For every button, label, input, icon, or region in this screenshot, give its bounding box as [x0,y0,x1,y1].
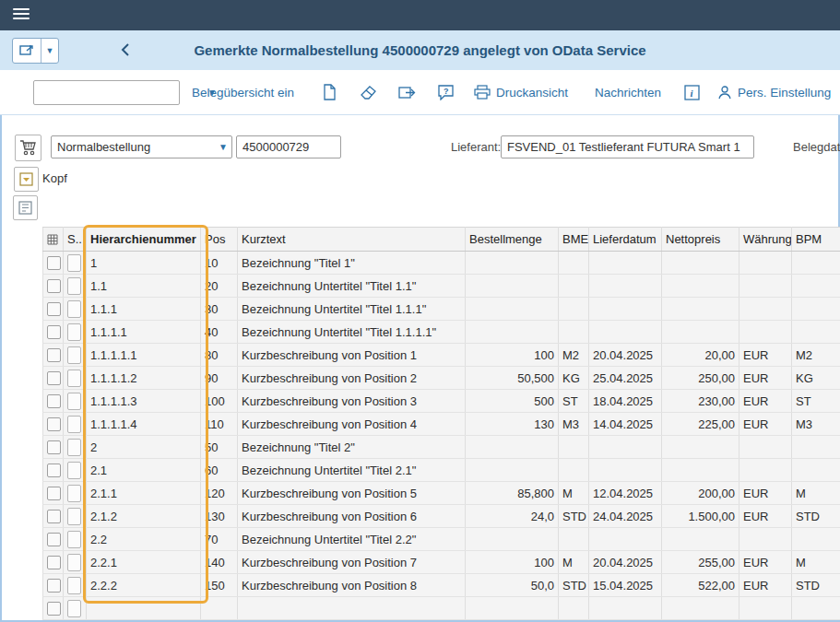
cell-preis[interactable]: 1.500,00 [662,505,739,528]
row-checkbox[interactable] [47,533,61,546]
cell-bme[interactable]: M2 [559,344,589,367]
cell-bpm[interactable] [792,597,840,620]
cell-menge[interactable]: 100 [466,551,559,574]
cell-bme[interactable] [559,321,589,344]
row-checkbox[interactable] [47,256,61,270]
cell-hier[interactable]: 1.1.1.1 [87,321,201,344]
row-status-box[interactable] [67,439,81,456]
cell-bpm[interactable]: M [792,482,840,505]
lieferant-input[interactable] [501,135,754,158]
forward-icon[interactable] [397,83,416,101]
cell-pos[interactable]: 40 [201,321,238,344]
cell-preis[interactable] [662,275,739,298]
column-header-bpm[interactable]: BPM [792,228,840,252]
cell-datum[interactable]: 25.04.2025 [589,367,662,390]
cell-datum[interactable]: 15.04.2025 [589,574,662,597]
cell-datum[interactable] [589,252,662,275]
cell-bpm[interactable] [792,459,840,482]
cell-bme[interactable]: M3 [559,413,589,436]
cell-kurztext[interactable]: Bezeichnung Untertitel "Titel 2.2" [238,528,466,551]
nachrichten-button[interactable]: Nachrichten [595,70,661,114]
help-icon[interactable]: ? [436,83,455,101]
cell-hier[interactable]: 1.1.1.1.1 [87,344,201,367]
cell-bpm[interactable]: M [792,551,840,574]
row-status-box[interactable] [67,577,81,594]
cell-datum[interactable] [589,321,662,344]
cell-datum[interactable] [589,597,662,620]
column-header-lieferdatum[interactable]: Lieferdatum [589,228,662,252]
cell-hier[interactable]: 2.1 [87,459,201,482]
row-status-box[interactable] [67,370,81,387]
cell-bme[interactable] [559,459,589,482]
cell-menge[interactable]: 24,0 [466,505,559,528]
cell-hier[interactable]: 2 [87,436,201,459]
cell-waehrung[interactable]: EUR [739,344,792,367]
cell-preis[interactable]: 225,00 [662,413,739,436]
cell-preis[interactable] [662,252,739,275]
cell-pos[interactable]: 120 [201,482,238,505]
druckansicht-button[interactable]: Druckansicht [474,70,568,114]
row-status-box[interactable] [67,531,81,548]
cell-bme[interactable] [559,597,589,620]
cell-waehrung[interactable] [739,275,792,298]
row-status-box[interactable] [67,300,81,318]
cell-bpm[interactable]: KG [792,367,840,390]
cell-kurztext[interactable]: Bezeichnung Untertitel "Titel 1.1" [238,275,466,298]
cell-kurztext[interactable]: Bezeichnung Untertitel "Titel 1.1.1" [238,298,466,321]
cell-preis[interactable]: 20,00 [662,344,739,367]
row-checkbox[interactable] [47,556,61,569]
cell-menge[interactable] [466,459,559,482]
cell-bpm[interactable]: M3 [792,413,840,436]
cell-bme[interactable]: M [559,482,589,505]
cell-datum[interactable] [589,298,662,321]
cell-menge[interactable]: 50,0 [466,574,559,597]
cell-hier[interactable]: 2.2.1 [87,551,201,574]
row-checkbox[interactable] [47,440,61,454]
cell-bme[interactable]: M [559,551,589,574]
cell-pos[interactable]: 140 [201,551,238,574]
row-checkbox[interactable] [47,417,61,431]
row-status-box[interactable] [67,277,81,295]
row-checkbox[interactable] [47,279,61,293]
row-status-box[interactable] [67,254,81,272]
cell-datum[interactable] [589,436,662,459]
cell-waehrung[interactable]: EUR [739,574,792,597]
cell-kurztext[interactable]: Kurzbeschreibung von Position 8 [238,574,466,597]
cell-menge[interactable] [466,252,559,275]
cell-datum[interactable]: 24.04.2025 [589,505,662,528]
cell-hier[interactable]: 2.2 [87,528,201,551]
cell-datum[interactable] [589,459,662,482]
menu-icon[interactable] [13,8,30,21]
cell-waehrung[interactable] [739,459,792,482]
cell-preis[interactable]: 255,00 [662,551,739,574]
row-status-box[interactable] [67,323,81,341]
cell-kurztext[interactable]: Kurzbeschreibung von Position 3 [238,390,466,413]
cell-kurztext[interactable] [238,597,466,620]
cell-bme[interactable] [559,528,589,551]
row-checkbox[interactable] [47,602,61,616]
row-status-box[interactable] [67,485,81,502]
cell-datum[interactable]: 12.04.2025 [589,482,662,505]
cell-bpm[interactable]: STD [792,574,840,597]
cell-pos[interactable]: 90 [201,367,238,390]
cell-datum[interactable]: 20.04.2025 [589,551,662,574]
cell-pos[interactable]: 130 [201,505,238,528]
shopping-cart-button[interactable] [15,135,41,161]
cell-menge[interactable] [466,528,559,551]
cell-pos[interactable] [201,597,238,620]
cell-bme[interactable]: STD [559,505,589,528]
cell-menge[interactable]: 85,800 [466,482,559,505]
expand-header-button[interactable] [14,167,39,192]
cell-bpm[interactable]: STD [792,505,840,528]
cell-waehrung[interactable] [739,436,792,459]
expand-items-button[interactable] [13,195,38,220]
cell-waehrung[interactable]: EUR [739,390,792,413]
row-status-box[interactable] [67,600,81,617]
cell-preis[interactable] [662,436,739,459]
command-input[interactable] [34,81,207,104]
cell-preis[interactable]: 200,00 [662,482,739,505]
cell-waehrung[interactable] [739,528,792,551]
column-header-nettopreis[interactable]: Nettopreis [662,228,739,252]
cell-preis[interactable] [662,528,739,551]
cell-kurztext[interactable]: Kurzbeschreibung von Position 2 [238,367,466,390]
